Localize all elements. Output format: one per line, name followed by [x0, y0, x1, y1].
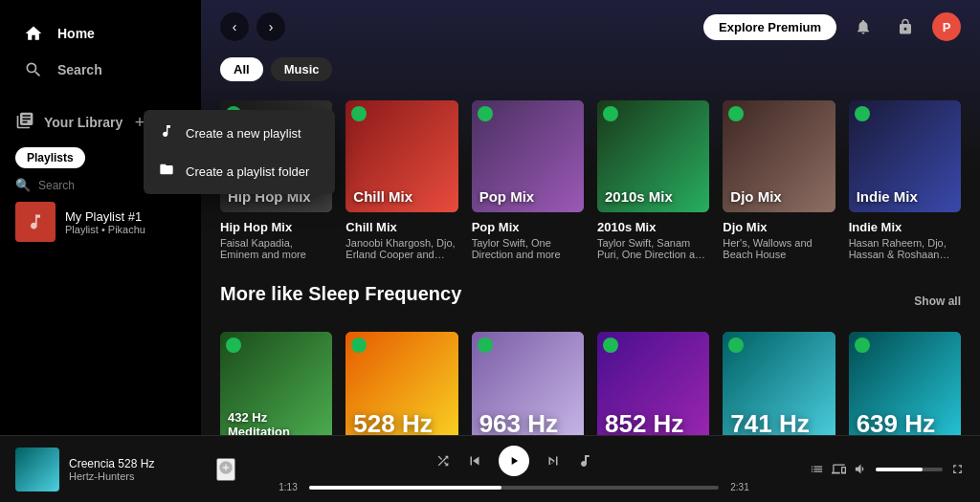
back-button[interactable]: ‹: [220, 12, 249, 41]
more-like-section-header: More like Sleep Frequency Show all: [220, 283, 961, 318]
djo-title: Djo Mix: [723, 220, 835, 234]
playlist-meta: Playlist • Pikachu: [65, 224, 186, 235]
spotify-icon-pop: [478, 106, 493, 121]
432hz-overlay: 432 HzMeditation: [228, 410, 290, 435]
filter-all-pill[interactable]: All: [220, 57, 263, 81]
search-small-icon: 🔍: [15, 178, 31, 192]
528hz-overlay: 528 Hz: [353, 409, 432, 435]
djo-overlay-text: Djo Mix: [730, 188, 781, 205]
volume-icon-button[interactable]: [854, 462, 868, 476]
playlist-item[interactable]: My Playlist #1 Playlist • Pikachu: [0, 196, 201, 248]
741hz-overlay: 741 Hz: [730, 409, 809, 435]
indie-overlay-text: Indie Mix: [857, 188, 918, 205]
card-528hz[interactable]: 528 Hz 528 Hz 528 Hz Solfegio: [345, 332, 457, 435]
library-title: Your Library: [44, 115, 122, 130]
sidebar-item-home[interactable]: Home: [11, 15, 189, 52]
now-playing: Creencia 528 Hz Hertz-Hunters: [15, 447, 235, 491]
spotify-icon-2010s: [603, 106, 618, 121]
control-buttons: [435, 446, 592, 476]
indie-subtitle: Hasan Raheem, Djo, Hassan & Roshaan and.…: [849, 237, 961, 260]
shuffle-button[interactable]: [435, 453, 451, 469]
spotify-icon-528hz: [351, 338, 367, 353]
card-963hz-image: 963 Hz: [472, 332, 584, 435]
card-432hz-image: 432 HzMeditation: [220, 332, 332, 435]
notification-button-1[interactable]: [848, 11, 879, 42]
add-to-library-button[interactable]: [216, 458, 235, 481]
2010s-subtitle: Taylor Swift, Sanam Puri, One Direction …: [597, 237, 709, 260]
card-chill-mix[interactable]: Chill Mix Chill Mix Janoobi Khargosh, Dj…: [345, 100, 457, 260]
devices-button[interactable]: [832, 462, 846, 476]
card-639hz-image: 639 Hz: [849, 332, 961, 435]
now-playing-title: Creencia 528 Hz: [69, 457, 203, 470]
card-852hz-image: 852 Hz: [597, 332, 709, 435]
explore-premium-button[interactable]: Explore Premium: [703, 14, 836, 40]
card-indie-mix[interactable]: Indie Mix Indie Mix Hasan Raheem, Djo, H…: [849, 100, 961, 260]
next-button[interactable]: [545, 452, 562, 469]
progress-fill: [309, 486, 501, 490]
filter-playlists[interactable]: Playlists: [15, 147, 85, 168]
forward-button[interactable]: ›: [256, 12, 285, 41]
playlist-name: My Playlist #1: [65, 209, 186, 224]
chill-subtitle: Janoobi Khargosh, Djo, Erland Cooper and…: [345, 237, 457, 260]
pop-title: Pop Mix: [472, 220, 584, 234]
notification-button-2[interactable]: [890, 11, 921, 42]
top-bar: ‹ › Explore Premium P: [220, 11, 961, 42]
now-playing-thumb: [15, 447, 59, 491]
card-2010s-mix[interactable]: 2010s Mix 2010s Mix Taylor Swift, Sanam …: [597, 100, 709, 260]
chill-overlay-text: Chill Mix: [353, 188, 412, 205]
playlist-thumb: [15, 202, 56, 242]
create-folder-item[interactable]: Create a playlist folder: [144, 152, 335, 190]
now-playing-artist: Hertz-Hunters: [69, 470, 203, 482]
library-header-left: Your Library: [15, 111, 122, 134]
639hz-overlay: 639 Hz: [857, 409, 935, 435]
card-pop-mix[interactable]: Pop Mix Pop Mix Taylor Swift, One Direct…: [472, 100, 584, 260]
play-pause-button[interactable]: [499, 446, 529, 476]
spotify-icon-432hz: [226, 338, 241, 353]
spotify-icon-639hz: [855, 338, 870, 353]
963hz-overlay: 963 Hz: [479, 409, 558, 435]
spotify-icon-741hz: [728, 338, 744, 353]
spotify-icon-963hz: [478, 338, 493, 353]
library-search-input[interactable]: [38, 179, 153, 192]
lyrics-button[interactable]: [577, 453, 592, 469]
home-label: Home: [57, 26, 95, 41]
djo-subtitle: Her's, Wallows and Beach House: [723, 237, 835, 260]
chill-title: Chill Mix: [345, 220, 457, 234]
card-963hz[interactable]: 963 Hz 963 Hz Crystal Clear Solfegio: [472, 332, 584, 435]
create-playlist-item[interactable]: Create a new playlist: [144, 114, 335, 152]
sidebar-nav: Home Search: [0, 8, 201, 96]
2010s-title: 2010s Mix: [597, 220, 709, 234]
time-current: 1:13: [275, 482, 301, 492]
show-all-link[interactable]: Show all: [914, 295, 961, 308]
playlist-info: My Playlist #1 Playlist • Pikachu: [65, 209, 186, 235]
create-playlist-label: Create a new playlist: [186, 126, 301, 141]
player-controls: 1:13 2:31: [247, 446, 781, 492]
progress-bar[interactable]: [309, 486, 719, 490]
main-content: ‹ › Explore Premium P All Music: [201, 0, 980, 435]
spotify-icon-852hz: [603, 338, 618, 353]
sidebar-item-search[interactable]: Search: [11, 52, 189, 88]
volume-bar[interactable]: [876, 468, 943, 471]
filter-music-pill[interactable]: Music: [271, 57, 333, 81]
extra-controls: [792, 462, 965, 476]
card-432hz[interactable]: 432 HzMeditation 432 Hz Meditation A pos…: [220, 332, 332, 435]
library-icon: [15, 111, 34, 134]
fullscreen-button[interactable]: [950, 462, 965, 476]
indie-title: Indie Mix: [849, 220, 961, 234]
sidebar: Home Search Your Library + →: [0, 0, 201, 435]
time-total: 2:31: [726, 482, 753, 492]
hz-cards-row: 432 HzMeditation 432 Hz Meditation A pos…: [220, 332, 961, 435]
now-playing-info: Creencia 528 Hz Hertz-Hunters: [69, 457, 203, 482]
card-741hz[interactable]: 741 Hz 741 Hz A soothing solfegio: [723, 332, 835, 435]
user-avatar[interactable]: P: [932, 12, 961, 41]
card-852hz[interactable]: 852 Hz 852 Hz Solfegio tones to: [597, 332, 709, 435]
card-djo-mix[interactable]: Djo Mix Djo Mix Her's, Wallows and Beach…: [723, 100, 835, 260]
previous-button[interactable]: [466, 452, 483, 469]
card-639hz[interactable]: 639 Hz 639 Hz Meditate with this: [849, 332, 961, 435]
hiphop-subtitle: Faisal Kapadia, Eminem and more: [220, 237, 332, 260]
spotify-icon-djo: [728, 106, 744, 121]
search-label: Search: [57, 62, 102, 77]
bottom-player: Creencia 528 Hz Hertz-Hunters: [0, 435, 980, 502]
queue-button[interactable]: [810, 462, 824, 476]
create-folder-label: Create a playlist folder: [186, 164, 309, 179]
